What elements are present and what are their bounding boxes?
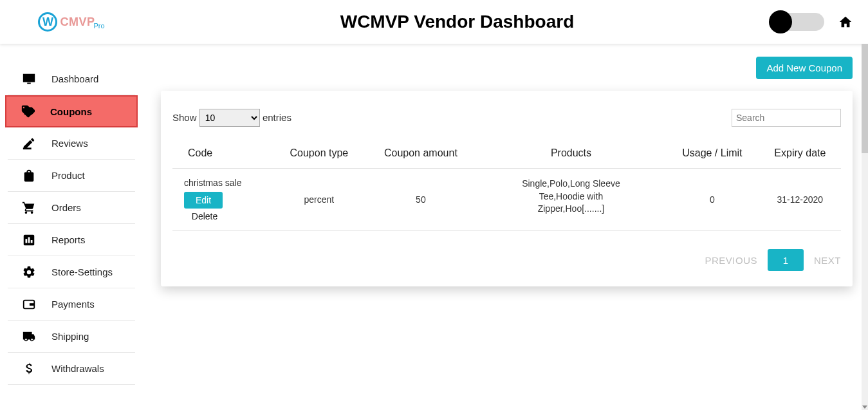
coupon-amount-cell: 50 bbox=[365, 169, 477, 231]
scroll-thumb[interactable] bbox=[862, 44, 868, 153]
sidebar-item-label: Dashboard bbox=[51, 73, 98, 84]
show-label: Show bbox=[172, 112, 197, 123]
svg-rect-3 bbox=[26, 239, 28, 243]
col-coupon-amount[interactable]: Coupon amount bbox=[365, 141, 477, 169]
sidebar-item-label: Reviews bbox=[51, 138, 88, 149]
entries-label: entries bbox=[263, 112, 291, 123]
sidebar-item-label: Reports bbox=[51, 234, 86, 245]
usage-limit-cell: 0 bbox=[665, 169, 759, 231]
wallet-icon bbox=[22, 297, 36, 312]
sidebar-item-reports[interactable]: Reports bbox=[8, 224, 135, 256]
delete-link[interactable]: Delete bbox=[184, 211, 225, 221]
sidebar-item-store-settings[interactable]: Store-Settings bbox=[8, 256, 135, 288]
sidebar-item-dashboard[interactable]: Dashboard bbox=[8, 63, 135, 95]
sidebar-item-orders[interactable]: Orders bbox=[8, 192, 135, 224]
col-expiry-date[interactable]: Expiry date bbox=[759, 141, 841, 169]
pagination: PREVIOUS 1 NEXT bbox=[172, 249, 841, 271]
logo-circle-icon: W bbox=[38, 12, 57, 32]
coupon-code: christmas sale bbox=[184, 178, 270, 188]
topbar: W CMVP Pro WCMVP Vendor Dashboard bbox=[0, 0, 868, 44]
col-code[interactable]: Code bbox=[172, 141, 273, 169]
truck-icon bbox=[22, 330, 36, 344]
tag-icon bbox=[21, 104, 35, 118]
edit-icon bbox=[22, 136, 36, 151]
svg-rect-1 bbox=[23, 147, 32, 149]
sidebar-item-withdrawals[interactable]: Withdrawals bbox=[8, 353, 135, 385]
sidebar-item-payments[interactable]: Payments bbox=[8, 288, 135, 321]
products-cell: Single,Polo,Long Sleeve Tee,Hoodie with … bbox=[506, 178, 635, 216]
topbar-actions bbox=[771, 13, 868, 31]
edit-button[interactable]: Edit bbox=[184, 192, 223, 209]
coupons-table: Code Coupon type Coupon amount Products … bbox=[172, 141, 841, 231]
logo-sub: Pro bbox=[93, 22, 104, 30]
table-row: christmas sale Edit Delete percent 50 Si… bbox=[172, 169, 841, 231]
page-number-current[interactable]: 1 bbox=[768, 249, 804, 271]
length-control: Show 10 entries bbox=[172, 109, 291, 127]
coupon-type-cell: percent bbox=[273, 169, 365, 231]
dollar-icon bbox=[22, 362, 36, 376]
search-input[interactable] bbox=[732, 109, 841, 127]
chart-icon bbox=[22, 233, 36, 247]
sidebar-item-label: Product bbox=[51, 170, 85, 181]
sidebar-item-label: Store-Settings bbox=[51, 266, 113, 277]
sidebar: Dashboard Coupons Reviews Product Orders bbox=[0, 44, 143, 410]
sidebar-item-label: Payments bbox=[51, 299, 95, 310]
add-new-coupon-button[interactable]: Add New Coupon bbox=[756, 57, 853, 79]
theme-toggle[interactable] bbox=[771, 13, 824, 31]
svg-rect-7 bbox=[30, 303, 34, 306]
sidebar-item-label: Orders bbox=[51, 202, 81, 213]
bag-icon bbox=[22, 169, 36, 183]
col-usage-limit[interactable]: Usage / Limit bbox=[665, 141, 759, 169]
svg-rect-4 bbox=[28, 237, 30, 243]
scroll-down-icon[interactable] bbox=[862, 405, 867, 409]
main-content: Add New Coupon Show 10 entries Code Coup… bbox=[143, 44, 862, 410]
sidebar-item-label: Coupons bbox=[50, 106, 92, 117]
coupons-card: Show 10 entries Code Coupon type Coupon … bbox=[161, 91, 853, 286]
sidebar-item-product[interactable]: Product bbox=[8, 160, 135, 192]
svg-rect-5 bbox=[31, 240, 33, 243]
entries-select[interactable]: 10 bbox=[199, 109, 260, 127]
page-title: WCMVP Vendor Dashboard bbox=[143, 12, 771, 32]
next-button[interactable]: NEXT bbox=[814, 255, 841, 266]
page-scrollbar[interactable] bbox=[862, 44, 868, 410]
expiry-cell: 31-12-2020 bbox=[759, 169, 841, 231]
col-coupon-type[interactable]: Coupon type bbox=[273, 141, 365, 169]
sidebar-item-label: Shipping bbox=[51, 331, 89, 342]
sidebar-item-coupons[interactable]: Coupons bbox=[5, 95, 138, 127]
col-products[interactable]: Products bbox=[477, 141, 665, 169]
home-icon[interactable] bbox=[838, 15, 853, 29]
gear-icon bbox=[22, 265, 36, 279]
toggle-knob-icon bbox=[769, 10, 792, 33]
cart-icon bbox=[22, 201, 36, 215]
previous-button[interactable]: PREVIOUS bbox=[705, 255, 757, 266]
sidebar-item-shipping[interactable]: Shipping bbox=[8, 321, 135, 353]
sidebar-item-label: Withdrawals bbox=[51, 363, 104, 374]
logo[interactable]: W CMVP Pro bbox=[0, 12, 143, 32]
logo-text: CMVP bbox=[60, 15, 95, 29]
monitor-icon bbox=[22, 72, 36, 86]
sidebar-item-reviews[interactable]: Reviews bbox=[8, 127, 135, 160]
